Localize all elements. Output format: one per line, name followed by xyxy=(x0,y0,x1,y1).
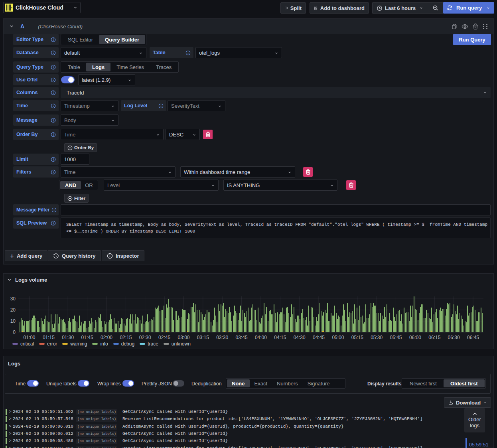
svg-text:04:15: 04:15 xyxy=(274,335,286,340)
svg-text:03:15: 03:15 xyxy=(197,335,209,340)
svg-text:01:30: 01:30 xyxy=(62,335,74,340)
svg-text:02:00: 02:00 xyxy=(101,335,112,340)
svg-text:06:00: 06:00 xyxy=(409,335,421,340)
svg-text:05:45: 05:45 xyxy=(390,335,402,340)
svg-text:03:45: 03:45 xyxy=(236,335,248,340)
svg-text:03:00: 03:00 xyxy=(178,335,189,340)
svg-text:02:30: 02:30 xyxy=(139,335,151,340)
svg-text:01:15: 01:15 xyxy=(43,335,55,340)
svg-text:01:45: 01:45 xyxy=(81,335,93,340)
svg-text:05:15: 05:15 xyxy=(351,335,363,340)
svg-text:05:30: 05:30 xyxy=(371,335,383,340)
svg-text:0: 0 xyxy=(13,330,16,335)
svg-text:02:45: 02:45 xyxy=(158,335,170,340)
svg-text:04:45: 04:45 xyxy=(313,335,325,340)
svg-text:30: 30 xyxy=(10,296,16,302)
svg-text:04:30: 04:30 xyxy=(294,335,306,340)
svg-text:01:00: 01:00 xyxy=(23,335,35,340)
svg-text:04:00: 04:00 xyxy=(255,335,267,340)
svg-text:06:45: 06:45 xyxy=(467,335,479,340)
svg-text:02:15: 02:15 xyxy=(120,335,132,340)
svg-text:20: 20 xyxy=(10,307,16,313)
svg-text:06:30: 06:30 xyxy=(448,335,460,340)
svg-text:06:15: 06:15 xyxy=(428,335,440,340)
svg-text:10: 10 xyxy=(10,318,16,324)
svg-text:05:00: 05:00 xyxy=(332,335,344,340)
svg-text:03:30: 03:30 xyxy=(216,335,228,340)
